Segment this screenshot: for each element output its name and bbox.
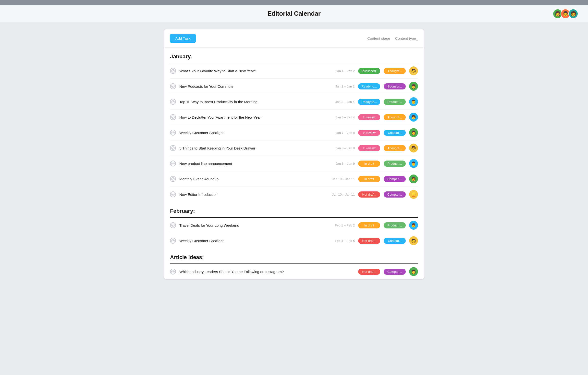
task-type-badge: Product ... (384, 161, 406, 167)
section-header-article-ideas: Article Ideas: (164, 248, 424, 262)
task-checkbox[interactable] (170, 99, 176, 105)
task-avatar-icon: 🧑 (411, 238, 416, 243)
toolbar: Add Task Content stage Content type_ (164, 29, 424, 48)
section-header-january: January: (164, 48, 424, 62)
task-avatar: 👩 (409, 267, 418, 276)
task-name: What's Your Favorite Way to Start a New … (179, 69, 319, 73)
task-name: Weekly Customer Spotlight (179, 131, 319, 135)
task-type-badge: Sponsor... (384, 83, 406, 89)
task-date: Jan 7 – Jan 8 (323, 131, 355, 135)
task-name: New product line announcement (179, 162, 319, 166)
task-status-badge: Ready to... (358, 83, 380, 89)
content-stage-filter[interactable]: Content stage (367, 36, 390, 40)
task-date: Jan 10 – Jan 11 (323, 193, 355, 196)
task-checkbox[interactable] (170, 114, 176, 120)
header-avatars: 👩 👨 🧑 (553, 9, 578, 19)
task-row[interactable]: New product line announcement Jan 8 – Ja… (170, 156, 418, 171)
task-checkbox[interactable] (170, 130, 176, 136)
task-type-badge: Custom... (384, 238, 406, 244)
task-list-february: Travel Deals for Your Long Weekend Feb 1… (164, 218, 424, 248)
task-avatar-icon: 👨 (411, 223, 416, 228)
task-row[interactable]: How to Declutter Your Apartment for the … (170, 110, 418, 125)
task-avatar: 👩 (409, 175, 418, 183)
task-type-badge: Thought... (384, 114, 406, 120)
task-list-january: What's Your Favorite Way to Start a New … (164, 63, 424, 202)
task-checkbox[interactable] (170, 68, 176, 74)
task-row[interactable]: Weekly Customer Spotlight Jan 7 – Jan 8 … (170, 125, 418, 140)
section-title-article-ideas: Article Ideas: (170, 254, 418, 261)
task-type-badge: Thought... (384, 68, 406, 74)
task-type-badge: Thought... (384, 145, 406, 151)
task-date: Jan 3 – Jan 4 (323, 100, 355, 104)
section-header-february: February: (164, 202, 424, 216)
task-avatar: 👱 (409, 190, 418, 199)
task-avatar: 👩 (409, 128, 418, 137)
avatar-1-icon: 👩 (555, 11, 561, 17)
task-row[interactable]: 5 Things to Start Keeping in Your Desk D… (170, 140, 418, 156)
task-avatar: 👩 (409, 82, 418, 91)
task-date: Feb 4 – Feb 5 (323, 239, 355, 243)
task-checkbox[interactable] (170, 191, 176, 197)
add-task-button[interactable]: Add Task (170, 34, 196, 43)
content-type-filter[interactable]: Content type_ (395, 36, 418, 40)
task-name: Monthly Event Roundup (179, 177, 319, 181)
task-status-badge: In review (358, 145, 380, 151)
sections-container: January: What's Your Favorite Way to Sta… (164, 48, 424, 279)
task-avatar-icon: 👩 (411, 84, 416, 89)
task-date: Jan 3 – Jan 4 (323, 115, 355, 119)
task-status-badge: Not draf... (358, 238, 380, 244)
task-checkbox[interactable] (170, 161, 176, 166)
task-row[interactable]: Weekly Customer Spotlight Feb 4 – Feb 5 … (170, 233, 418, 248)
task-date: Feb 1 – Feb 2 (323, 224, 355, 227)
task-date: Jan 1 – Jan 2 (323, 69, 355, 73)
task-row[interactable]: Travel Deals for Your Long Weekend Feb 1… (170, 218, 418, 233)
task-checkbox[interactable] (170, 222, 176, 228)
task-avatar-icon: 🧑 (411, 69, 416, 73)
task-name: How to Declutter Your Apartment for the … (179, 115, 319, 119)
task-row[interactable]: Which Industry Leaders Should You be Fol… (170, 264, 418, 279)
task-avatar: 🧑 (409, 113, 418, 122)
page-title: Editorial Calendar (0, 10, 588, 17)
task-avatar-icon: 👩 (411, 130, 416, 135)
task-list-article-ideas: Which Industry Leaders Should You be Fol… (164, 264, 424, 279)
task-status-badge: Not draf... (358, 191, 380, 198)
task-type-badge: Compan... (384, 176, 406, 182)
task-avatar-icon: 🧑 (411, 146, 416, 150)
task-checkbox[interactable] (170, 238, 176, 244)
avatar-3[interactable]: 🧑 (568, 9, 578, 19)
task-name: New Editor Introduction (179, 192, 319, 197)
task-avatar-icon: 👨 (411, 100, 416, 104)
task-checkbox[interactable] (170, 83, 176, 89)
task-avatar: 👨 (409, 97, 418, 106)
task-checkbox[interactable] (170, 176, 176, 182)
task-name: Travel Deals for Your Long Weekend (179, 223, 319, 227)
avatar-3-icon: 🧑 (570, 11, 576, 17)
task-avatar-icon: 👩 (411, 177, 416, 181)
task-avatar-icon: 👨 (411, 161, 416, 166)
task-row[interactable]: What's Your Favorite Way to Start a New … (170, 63, 418, 79)
task-name: 5 Things to Start Keeping in Your Desk D… (179, 146, 319, 150)
task-checkbox[interactable] (170, 145, 176, 151)
task-type-badge: Compan... (384, 269, 406, 275)
task-type-badge: Compan... (384, 191, 406, 198)
task-row[interactable]: New Podcasts for Your Commute Jan 1 – Ja… (170, 79, 418, 94)
task-type-badge: Custom... (384, 130, 406, 136)
task-date: Jan 8 – Jan 9 (323, 146, 355, 150)
task-avatar-icon: 👩 (411, 269, 416, 274)
task-status-badge: Published! (358, 68, 380, 74)
task-date: Jan 1 – Jan 2 (323, 85, 355, 88)
task-status-badge: In review (358, 130, 380, 136)
task-checkbox[interactable] (170, 269, 176, 275)
section-title-january: January: (170, 53, 418, 60)
task-avatar: 🧑 (409, 66, 418, 75)
header: Editorial Calendar 👩 👨 🧑 (0, 5, 588, 22)
task-row[interactable]: Monthly Event Roundup Jan 10 – Jan 11 In… (170, 171, 418, 187)
task-status-badge: In draft (358, 176, 380, 182)
task-date: Jan 10 – Jan 11 (323, 177, 355, 181)
avatar-2-icon: 👨 (563, 11, 569, 17)
task-row[interactable]: New Editor Introduction Jan 10 – Jan 11 … (170, 187, 418, 202)
task-avatar-icon: 👱 (411, 192, 416, 197)
main-content: Add Task Content stage Content type_ Jan… (164, 29, 424, 279)
task-status-badge: In draft (358, 161, 380, 167)
task-row[interactable]: Top 10 Way to Boost Productivity in the … (170, 94, 418, 110)
